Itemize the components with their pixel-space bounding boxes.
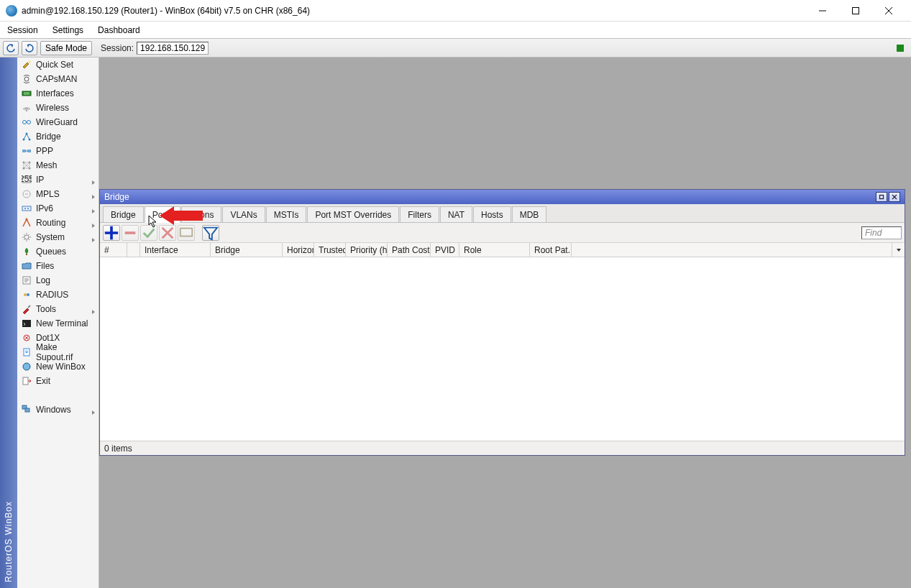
log-icon [22,275,32,285]
sidebar-item-interfaces[interactable]: Interfaces [17,86,99,101]
tab-bridge[interactable]: Bridge [103,206,144,222]
tab-nat[interactable]: NAT [440,206,472,222]
minimize-button[interactable] [806,0,839,22]
undo-button[interactable] [3,41,19,55]
column-header[interactable]: Path Cost [388,243,431,257]
sidebar-item-system[interactable]: System [17,230,99,244]
find-input[interactable]: Find [861,226,902,239]
svg-point-30 [23,363,30,370]
sidebar-item-label: IP [36,175,44,185]
sidebar-item-routing[interactable]: Routing [17,216,99,230]
svg-rect-33 [25,408,29,412]
terminal-icon [22,318,32,329]
column-header[interactable]: Horizon [283,243,314,257]
bridge-toolbar: Find [100,223,905,243]
column-header[interactable]: # [100,243,127,257]
remove-button[interactable] [122,225,139,241]
tab-hosts[interactable]: Hosts [473,206,511,222]
tab-ports[interactable]: Ports [145,206,180,223]
ipv6-icon [22,203,32,213]
sidebar-item-mesh[interactable]: Mesh [17,158,99,173]
add-button[interactable] [103,225,120,241]
interfaces-icon [22,88,32,98]
submenu-indicator-icon [91,220,96,230]
sidebar-item-label: Dot1X [36,333,60,343]
close-button[interactable] [872,0,905,22]
column-header[interactable]: Trusted [314,243,346,257]
child-close-button[interactable] [889,192,900,202]
column-header[interactable]: Priority (h... [346,243,388,257]
sidebar-item-wireguard[interactable]: WireGuard [17,115,99,129]
sidebar-item-queues[interactable]: Queues [17,244,99,259]
sidebar-item-ip[interactable]: 255IP [17,173,99,187]
sidebar-item-label: Windows [36,405,71,415]
mdi-workspace: Bridge BridgePortsnsionsVLANsMSTIsPort M… [99,58,911,588]
submenu-indicator-icon [91,177,96,187]
sidebar-item-label: Exit [36,376,50,386]
bridge-table-header: #InterfaceBridgeHorizonTrustedPriority (… [100,243,905,257]
status-indicator [897,45,904,52]
column-header[interactable]: PVID [431,243,459,257]
comment-button[interactable] [178,225,195,241]
sidebar-item-ppp[interactable]: PPP [17,144,99,158]
session-value: 192.168.150.129 [140,43,205,53]
svg-point-26 [27,293,29,296]
sidebar-item-capsman[interactable]: CAPsMAN [17,72,99,86]
column-header[interactable] [127,243,140,257]
sidebar-item-label: IPv6 [36,203,53,213]
tab-filters[interactable]: Filters [400,206,439,222]
menu-dashboard[interactable]: Dashboard [91,22,147,38]
column-header[interactable]: Role [459,243,530,257]
menu-session[interactable]: Session [0,22,45,38]
sidebar-item-mpls[interactable]: MPLS [17,187,99,201]
tab-mstis[interactable]: MSTIs [266,206,307,222]
sidebar-item-make-supout-rif[interactable]: Make Supout.rif [17,345,99,359]
svg-point-1 [24,77,29,81]
sidebar-item-label: WireGuard [36,117,78,127]
sidebar-item-files[interactable]: Files [17,259,99,273]
sidebar-item-bridge[interactable]: Bridge [17,129,99,144]
sidebar-item-label: New Terminal [36,318,88,329]
supout-icon [22,347,32,357]
sidebar-item-label: Wireless [36,103,69,113]
bridge-table-body[interactable] [100,257,905,441]
tab-vlans[interactable]: VLANs [222,206,265,222]
sidebar-item-windows[interactable]: Windows [17,403,99,417]
column-header-spacer [572,243,892,257]
sidebar-item-exit[interactable]: Exit [17,374,99,388]
sidebar-item-tools[interactable]: Tools [17,302,99,316]
routing-icon [22,218,32,228]
sidebar-item-wireless[interactable]: Wireless [17,101,99,115]
enable-button[interactable] [140,225,157,241]
svg-rect-35 [180,228,193,236]
disable-button[interactable] [159,225,176,241]
svg-point-5 [27,121,31,124]
session-field[interactable]: 192.168.150.129 [137,42,209,55]
sidebar-item-log[interactable]: Log [17,273,99,288]
safe-mode-button[interactable]: Safe Mode [40,41,92,55]
redo-button[interactable] [22,41,37,55]
column-chooser-button[interactable] [892,243,905,257]
column-header[interactable]: Interface [140,243,211,257]
maximize-button[interactable] [839,0,872,22]
sidebar-item-radius[interactable]: RADIUS [17,288,99,302]
filter-button[interactable] [202,225,219,241]
bridge-status-bar: 0 items [100,441,905,455]
sidebar-item-quick-set[interactable]: Quick Set [17,58,99,72]
sidebar-item-ipv6[interactable]: IPv6 [17,201,99,216]
sidebar-item-label: System [36,232,65,242]
sidebar-item-new-terminal[interactable]: New Terminal [17,316,99,331]
column-header[interactable]: Bridge [211,243,283,257]
tools-icon [22,304,32,314]
sidebar-item-new-winbox[interactable]: New WinBox [17,359,99,374]
mpls-icon [22,189,32,199]
tab-port-mst-overrides[interactable]: Port MST Overrides [307,206,399,222]
menu-settings[interactable]: Settings [45,22,91,38]
tab-nsions[interactable]: nsions [181,206,222,222]
column-header[interactable]: Root Pat... [530,243,572,257]
tab-mdb[interactable]: MDB [512,206,547,222]
app-icon [6,5,17,17]
sidebar-item-label: MPLS [36,189,60,199]
bridge-window-titlebar[interactable]: Bridge [100,190,905,204]
child-restore-button[interactable] [876,192,887,202]
